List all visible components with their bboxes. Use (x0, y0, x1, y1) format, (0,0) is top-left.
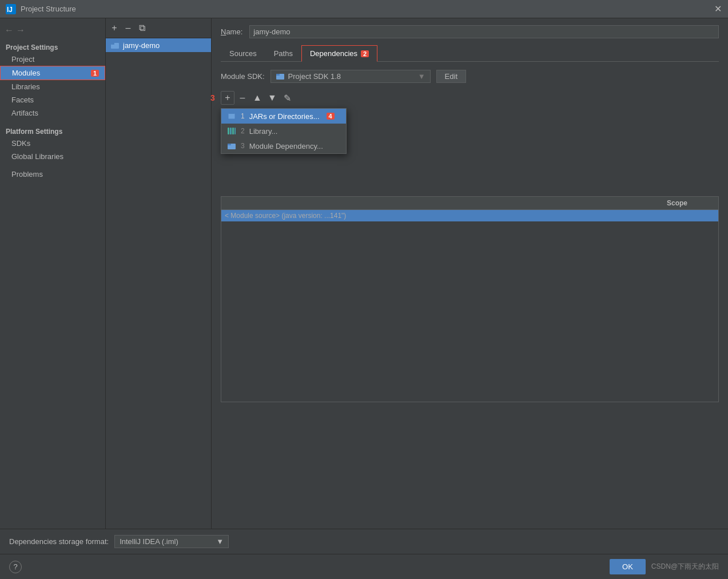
dep-storage-select[interactable]: IntelliJ IDEA (.iml) ▼ (114, 535, 229, 548)
sidebar-item-problems[interactable]: Problems (0, 168, 105, 181)
add-module-button[interactable]: + (108, 22, 121, 34)
jar-icon (227, 112, 236, 121)
tab-dependencies[interactable]: Dependencies 2 (301, 45, 377, 62)
svg-text:IJ: IJ (7, 6, 13, 14)
sidebar-item-sdks[interactable]: SDKs (0, 137, 105, 150)
window-title: Project Structure (21, 5, 76, 13)
annotation-4: 4 (327, 113, 335, 120)
module-panel: + – ⧉ jamy-demo (106, 18, 212, 529)
sdk-label: Module SDK: (221, 72, 265, 81)
library-icon (227, 126, 236, 136)
sidebar-item-libraries-label: Libraries (11, 82, 40, 91)
dropdown-item-jars-num: 1 (241, 112, 245, 120)
close-button[interactable]: ✕ (713, 5, 722, 14)
sdk-icon (276, 73, 285, 81)
sidebar-item-global-libraries[interactable]: Global Libraries (0, 150, 105, 163)
app-icon: IJ (6, 4, 16, 14)
forward-arrow[interactable]: → (16, 25, 25, 35)
dep-toolbar: + – ▲ ▼ ✎ (221, 91, 719, 105)
module-dep-icon (227, 141, 236, 150)
sidebar: ← → Project Settings Project Modules 1 L… (0, 18, 106, 529)
right-panel: Name: Sources Paths Dependencies 2 Modul… (212, 18, 728, 529)
csdn-label: CSDN@下雨天的太阳 (651, 562, 719, 572)
content-split: + – ⧉ jamy-demo Name: Sour (106, 18, 728, 529)
module-toolbar: + – ⧉ (106, 18, 211, 38)
edit-dep-button[interactable]: ✎ (280, 91, 294, 105)
name-label: Name: (221, 27, 242, 36)
sidebar-item-modules-label: Modules (12, 69, 40, 77)
dropdown-item-module-dep[interactable]: 3 Module Dependency... (221, 138, 346, 153)
svg-rect-8 (228, 128, 229, 134)
svg-rect-5 (276, 74, 280, 76)
dropdown-item-library-label: Library... (249, 127, 278, 136)
dep-storage-text: IntelliJ IDEA (.iml) (120, 537, 213, 546)
sdk-select[interactable]: Project SDK 1.8 ▼ (270, 70, 431, 83)
dropdown-item-jars[interactable]: 1 JARs or Directories... 4 (221, 109, 346, 124)
name-input[interactable] (249, 25, 719, 38)
dep-section: 3 + – ▲ ▼ ✎ 1 JARs or (221, 91, 719, 402)
sidebar-item-artifacts-label: Artifacts (11, 109, 38, 117)
move-up-button[interactable]: ▲ (250, 91, 264, 105)
back-arrow[interactable]: ← (5, 25, 14, 35)
sdk-chevron-icon: ▼ (418, 72, 425, 81)
remove-module-button[interactable]: – (122, 22, 134, 34)
svg-rect-9 (230, 128, 232, 134)
sidebar-item-libraries[interactable]: Libraries (0, 80, 105, 93)
dep-table-row[interactable]: < Module source> (java version: ...141") (221, 210, 718, 221)
dropdown-item-module-dep-label: Module Dependency... (249, 142, 323, 150)
dropdown-item-module-dep-num: 3 (241, 142, 245, 150)
title-bar: IJ Project Structure ✕ (0, 0, 728, 18)
dep-row-content: < Module source> (java version: ...141") (225, 212, 658, 220)
svg-rect-6 (228, 113, 235, 119)
annotation-3: 3 (210, 93, 215, 102)
footer: ? OK CSDN@下雨天的太阳 (0, 554, 728, 579)
sidebar-item-sdks-label: SDKs (11, 139, 30, 148)
title-bar-left: IJ Project Structure (6, 4, 76, 14)
remove-dep-button[interactable]: – (236, 91, 249, 105)
add-dropdown-menu: 1 JARs or Directories... 4 2 Li (221, 108, 347, 154)
dep-storage-row: Dependencies storage format: IntelliJ ID… (0, 529, 728, 554)
copy-module-button[interactable]: ⧉ (136, 22, 148, 34)
project-settings-label: Project Settings (0, 40, 105, 53)
sidebar-item-artifacts[interactable]: Artifacts (0, 106, 105, 120)
svg-rect-11 (234, 128, 236, 134)
module-item-label: jamy-demo (123, 41, 160, 50)
tabs-row: Sources Paths Dependencies 2 (221, 45, 719, 62)
sidebar-item-facets-label: Facets (11, 96, 34, 104)
dropdown-item-jars-label: JARs or Directories... (249, 112, 320, 121)
dependencies-badge: 2 (361, 50, 369, 57)
sidebar-item-project[interactable]: Project (0, 53, 105, 66)
main-container: ← → Project Settings Project Modules 1 L… (0, 18, 728, 529)
help-button[interactable]: ? (9, 561, 22, 573)
dep-header-name (221, 197, 661, 209)
dropdown-item-library-num: 2 (241, 127, 245, 135)
module-folder-icon (110, 41, 120, 50)
modules-badge: 1 (91, 70, 99, 77)
add-dep-button[interactable]: + (221, 91, 234, 105)
sidebar-item-problems-label: Problems (11, 170, 43, 179)
tab-sources[interactable]: Sources (221, 45, 265, 62)
svg-rect-10 (232, 128, 234, 134)
name-row: Name: (221, 25, 719, 38)
dep-storage-label: Dependencies storage format: (9, 537, 109, 546)
svg-rect-3 (111, 43, 114, 45)
svg-rect-7 (229, 112, 234, 114)
platform-settings-label: Platform Settings (0, 124, 105, 137)
tab-paths[interactable]: Paths (265, 45, 301, 62)
ok-button[interactable]: OK (610, 559, 646, 574)
footer-right: OK CSDN@下雨天的太阳 (610, 559, 719, 574)
dep-header-scope: Scope (661, 197, 718, 209)
dep-table-header: Scope (221, 197, 718, 210)
module-item-jamy-demo[interactable]: jamy-demo (106, 38, 211, 52)
sidebar-item-project-label: Project (11, 55, 34, 64)
move-down-button[interactable]: ▼ (265, 91, 279, 105)
sidebar-item-modules[interactable]: Modules 1 (0, 66, 105, 80)
svg-rect-13 (228, 144, 231, 145)
dep-table: Scope < Module source> (java version: ..… (221, 196, 719, 402)
edit-sdk-button[interactable]: Edit (436, 70, 466, 83)
sdk-select-text: Project SDK 1.8 (288, 72, 415, 81)
sdk-row: Module SDK: Project SDK 1.8 ▼ Edit (221, 70, 719, 83)
sidebar-item-global-libraries-label: Global Libraries (11, 152, 63, 161)
dropdown-item-library[interactable]: 2 Library... (221, 124, 346, 138)
sidebar-item-facets[interactable]: Facets (0, 93, 105, 106)
